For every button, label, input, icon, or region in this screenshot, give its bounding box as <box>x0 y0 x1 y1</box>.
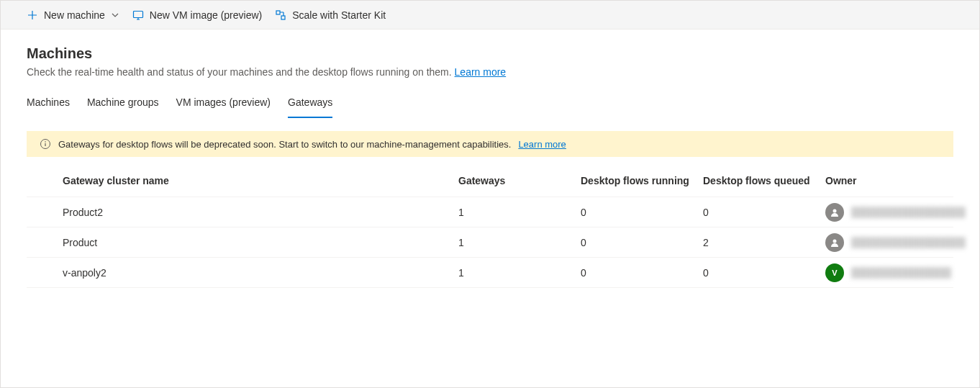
col-gateways[interactable]: Gateways <box>458 175 581 186</box>
new-machine-label: New machine <box>44 9 105 21</box>
col-name[interactable]: Gateway cluster name <box>63 175 458 186</box>
cell-queued: 0 <box>703 207 825 218</box>
table-row[interactable]: Product2 1 0 0 ████████████████ <box>27 197 953 227</box>
table-header: Gateway cluster name Gateways Desktop fl… <box>27 164 953 197</box>
page-title: Machines <box>27 45 953 62</box>
table-row[interactable]: Product 1 0 2 ████████████████ <box>27 227 953 258</box>
command-bar: New machine New VM image (preview) Scale… <box>1 1 979 30</box>
plus-icon <box>27 9 38 21</box>
svg-rect-1 <box>276 11 280 14</box>
cell-name: Product2 <box>63 207 458 218</box>
new-vm-image-button[interactable]: New VM image (preview) <box>132 9 262 21</box>
owner-name: ████████████████ <box>851 237 966 248</box>
scale-starter-kit-button[interactable]: Scale with Starter Kit <box>275 9 386 21</box>
cell-queued: 2 <box>703 237 825 248</box>
learn-more-link[interactable]: Learn more <box>455 66 507 78</box>
page-description-text: Check the real-time health and status of… <box>27 66 455 78</box>
avatar: V <box>825 263 844 282</box>
cell-owner: V ██████████████ <box>825 263 951 282</box>
deprecation-banner: Gateways for desktop flows will be depre… <box>27 131 953 157</box>
cell-running: 0 <box>581 267 703 279</box>
svg-point-4 <box>45 141 46 143</box>
avatar <box>825 233 844 252</box>
new-vm-image-label: New VM image (preview) <box>150 9 262 21</box>
owner-name: ████████████████ <box>851 207 966 218</box>
cell-running: 0 <box>581 237 703 248</box>
tab-strip: Machines Machine groups VM images (previ… <box>27 91 953 118</box>
banner-text: Gateways for desktop flows will be depre… <box>58 139 511 150</box>
svg-point-5 <box>833 209 837 212</box>
banner-learn-more-link[interactable]: Learn more <box>518 139 566 150</box>
info-icon <box>40 138 51 150</box>
gateways-table: Gateway cluster name Gateways Desktop fl… <box>27 164 953 288</box>
tab-machines[interactable]: Machines <box>27 91 70 118</box>
tab-vm-images[interactable]: VM images (preview) <box>176 91 271 118</box>
col-queued[interactable]: Desktop flows queued <box>703 175 825 186</box>
cell-gateways: 1 <box>458 237 581 248</box>
cell-owner: ████████████████ <box>825 233 966 252</box>
svg-rect-0 <box>133 11 142 17</box>
svg-point-6 <box>833 239 837 243</box>
cell-gateways: 1 <box>458 207 581 218</box>
table-row[interactable]: v-anpoly2 1 0 0 V ██████████████ <box>27 258 953 288</box>
monitor-icon <box>132 9 144 21</box>
chevron-down-icon <box>111 11 119 19</box>
cell-running: 0 <box>581 207 703 218</box>
avatar <box>825 203 844 222</box>
cell-queued: 0 <box>703 267 825 279</box>
tab-machine-groups[interactable]: Machine groups <box>87 91 159 118</box>
col-running[interactable]: Desktop flows running <box>581 175 703 186</box>
cell-owner: ████████████████ <box>825 203 966 222</box>
new-machine-button[interactable]: New machine <box>27 9 119 21</box>
cell-name: Product <box>63 237 458 248</box>
page-description: Check the real-time health and status of… <box>27 66 953 78</box>
cell-name: v-anpoly2 <box>63 267 458 279</box>
col-owner[interactable]: Owner <box>825 175 917 186</box>
page-content: Machines Check the real-time health and … <box>1 30 979 288</box>
tab-gateways[interactable]: Gateways <box>288 91 332 118</box>
svg-rect-2 <box>281 16 285 19</box>
cell-gateways: 1 <box>458 267 581 279</box>
owner-name: ██████████████ <box>851 267 951 279</box>
scale-icon <box>275 9 286 21</box>
scale-starter-kit-label: Scale with Starter Kit <box>292 9 386 21</box>
